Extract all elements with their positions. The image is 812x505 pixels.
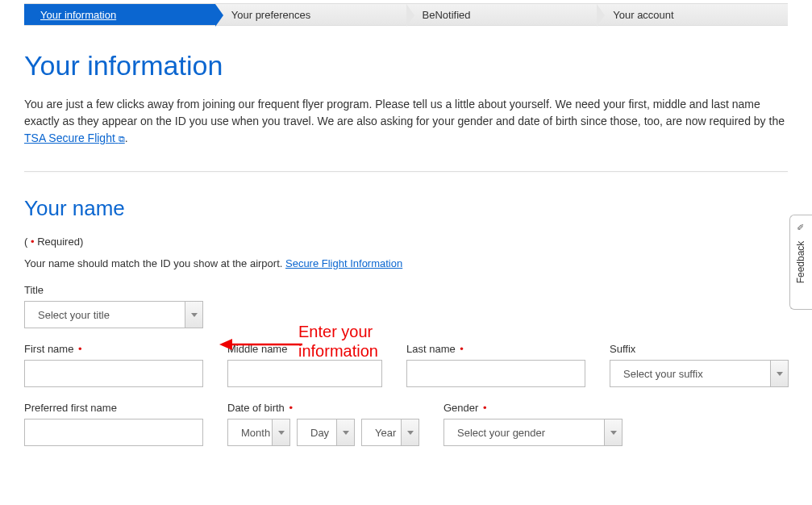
middle-name-label: Middle name [227, 343, 382, 355]
suffix-select-value: Select your suffix [617, 368, 770, 380]
preferred-first-name-label: Preferred first name [24, 402, 203, 414]
progress-stepper: Your information Your preferences BeNoti… [24, 3, 788, 26]
intro-paragraph: You are just a few clicks away from join… [24, 96, 788, 147]
dob-label: Date of birth • [227, 402, 419, 414]
last-name-input[interactable] [406, 360, 585, 387]
tsa-secure-flight-link[interactable]: TSA Secure Flight ⧉ [24, 131, 125, 144]
feedback-icon: ✎ [796, 223, 806, 231]
title-select[interactable]: Select your title [24, 301, 203, 328]
dropdown-button[interactable] [401, 419, 418, 445]
chevron-down-icon [278, 431, 285, 435]
intro-after: . [125, 131, 128, 144]
page-title: Your information [24, 50, 788, 81]
gender-label: Gender • [443, 402, 623, 414]
dob-day-select[interactable]: Day [297, 419, 355, 446]
gender-select-value: Select your gender [451, 427, 604, 439]
external-link-icon: ⧉ [119, 134, 125, 144]
dropdown-button[interactable] [185, 302, 202, 328]
dob-year-select[interactable]: Year [361, 419, 419, 446]
step-label: Your preferences [231, 9, 311, 21]
step-label: Your account [613, 9, 673, 21]
step-your-preferences[interactable]: Your preferences [215, 3, 406, 26]
chevron-down-icon [407, 431, 414, 435]
chevron-down-icon [610, 431, 617, 435]
step-benotified[interactable]: BeNotified [406, 3, 598, 26]
step-your-account[interactable]: Your account [597, 3, 788, 26]
step-label: Your information [40, 9, 116, 21]
title-select-value: Select your title [31, 309, 185, 321]
dob-month-select[interactable]: Month [227, 419, 290, 446]
last-name-label: Last name • [406, 343, 585, 355]
secure-flight-info-link[interactable]: Secure Flight Information [285, 257, 402, 269]
first-name-label: First name • [24, 343, 203, 355]
chevron-down-icon [777, 372, 783, 376]
chevron-down-icon [343, 431, 349, 435]
middle-name-input[interactable] [227, 360, 382, 387]
dropdown-button[interactable] [770, 361, 788, 386]
suffix-label: Suffix [610, 343, 789, 355]
intro-text: You are just a few clicks away from join… [24, 98, 785, 127]
feedback-label: Feedback [796, 241, 807, 284]
section-heading: Your name [24, 196, 788, 221]
name-hint: Your name should match the ID you show a… [24, 257, 788, 269]
chevron-down-icon [191, 313, 198, 317]
dropdown-button[interactable] [604, 419, 622, 445]
preferred-first-name-input[interactable] [24, 419, 203, 446]
dropdown-button[interactable] [336, 419, 354, 445]
feedback-tab[interactable]: ✎ Feedback [789, 215, 812, 310]
suffix-select[interactable]: Select your suffix [610, 360, 789, 387]
title-label: Title [24, 284, 203, 296]
step-label: BeNotified [423, 9, 471, 21]
step-your-information[interactable]: Your information [24, 3, 215, 26]
gender-select[interactable]: Select your gender [443, 419, 623, 446]
required-note: ( • Required) [24, 236, 788, 248]
divider [24, 171, 788, 172]
first-name-input[interactable] [24, 360, 203, 387]
dropdown-button[interactable] [272, 419, 289, 445]
